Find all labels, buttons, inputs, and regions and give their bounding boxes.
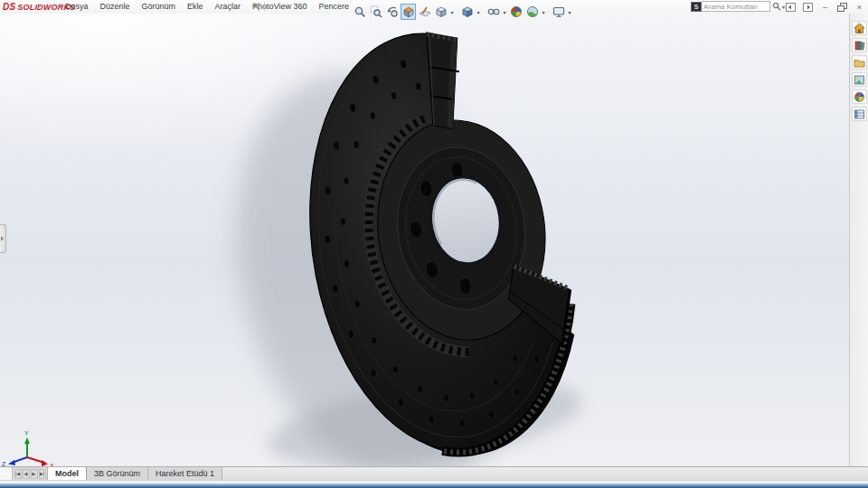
- menu-pencere[interactable]: Pencere: [319, 2, 350, 11]
- design-library-tab[interactable]: [852, 38, 867, 52]
- taskbar-edge: [0, 483, 868, 488]
- dynamic-annotation-views-button[interactable]: [417, 4, 432, 20]
- close-button[interactable]: ×: [854, 2, 865, 12]
- file-explorer-tab[interactable]: [852, 55, 867, 70]
- menu-duzenle[interactable]: Düzenle: [100, 2, 130, 11]
- solidworks-resources-tab[interactable]: [852, 21, 867, 35]
- section-view-button[interactable]: [401, 4, 416, 20]
- view-orientation-dropdown-icon[interactable]: ▾: [449, 9, 455, 15]
- heads-up-toolbar: ▾ ▾ ▾ ▾ ▾: [352, 3, 572, 21]
- view-settings-button[interactable]: [551, 4, 566, 20]
- search-area: S ▾: [691, 1, 785, 12]
- appearances-scenes-tab[interactable]: [852, 89, 867, 104]
- main-menu: Dosya Düzenle Görünüm Ekle Araçlar Photo…: [65, 2, 349, 11]
- search-input[interactable]: [702, 1, 770, 12]
- prev-tab-button[interactable]: ◀: [23, 469, 30, 479]
- task-pane: [849, 14, 868, 466]
- search-icon[interactable]: [772, 2, 781, 11]
- zoom-to-area-button[interactable]: [368, 4, 383, 20]
- menu-separator: [264, 2, 265, 11]
- graphics-viewport[interactable]: Y Z X: [0, 14, 868, 466]
- menu-araclar[interactable]: Araçlar: [215, 2, 241, 11]
- apply-scene-dropdown-icon[interactable]: ▾: [541, 9, 546, 15]
- edit-appearance-button[interactable]: [508, 4, 524, 20]
- feature-manager-collapsed-handle[interactable]: [0, 224, 6, 253]
- reference-triad: Y Z X: [2, 430, 54, 466]
- hide-show-items-button[interactable]: [486, 4, 501, 20]
- view-settings-dropdown-icon[interactable]: ▾: [567, 9, 572, 15]
- minimize-button[interactable]: –: [819, 2, 831, 12]
- brake-disc-model: Y Z X: [0, 14, 868, 466]
- window-controls: – ×: [785, 2, 865, 12]
- triad-y-label: Y: [24, 430, 29, 436]
- view-palette-tab[interactable]: [852, 72, 867, 87]
- sheet-tab-bar: |◀ ◀ ▶ ▶| Model 3B Görünüm Hareket Etüdü…: [0, 466, 868, 480]
- collapse-pane-left-button[interactable]: [785, 2, 797, 12]
- pin-menu-icon[interactable]: [251, 2, 260, 11]
- menu-dosya[interactable]: Dosya: [65, 2, 89, 11]
- menu-gorunum[interactable]: Görünüm: [142, 2, 176, 11]
- hide-show-dropdown-icon[interactable]: ▾: [502, 9, 507, 15]
- tab-model[interactable]: Model: [48, 467, 87, 480]
- view-orientation-button[interactable]: [433, 4, 448, 20]
- menu-ekle[interactable]: Ekle: [187, 2, 203, 11]
- custom-properties-tab[interactable]: [852, 107, 867, 121]
- next-tab-button[interactable]: ▶: [31, 469, 38, 479]
- apply-scene-button[interactable]: [524, 4, 540, 20]
- solidworks-window: Y Z X DSSOLIDWORKS Dosya Düzenle Görünüm…: [0, 0, 868, 488]
- menu-photoview360[interactable]: PhotoView 360: [252, 2, 307, 11]
- first-tab-button[interactable]: |◀: [14, 469, 22, 479]
- last-tab-button[interactable]: ▶|: [39, 469, 46, 479]
- tab-3d-gorunum[interactable]: 3B Görünüm: [87, 467, 148, 480]
- tab-hareket-etudu-1[interactable]: Hareket Etüdü 1: [148, 467, 222, 480]
- zoom-to-fit-button[interactable]: [352, 4, 367, 20]
- search-scope-icon[interactable]: S: [691, 2, 702, 12]
- display-style-button[interactable]: [459, 4, 475, 20]
- tab-navigation: |◀ ◀ ▶ ▶|: [13, 467, 48, 480]
- previous-view-button[interactable]: [384, 4, 400, 20]
- collapse-pane-right-button[interactable]: [802, 2, 814, 12]
- display-style-dropdown-icon[interactable]: ▾: [476, 9, 481, 15]
- restore-button[interactable]: [836, 2, 848, 12]
- horizontal-scrollbar-stub[interactable]: [0, 467, 13, 480]
